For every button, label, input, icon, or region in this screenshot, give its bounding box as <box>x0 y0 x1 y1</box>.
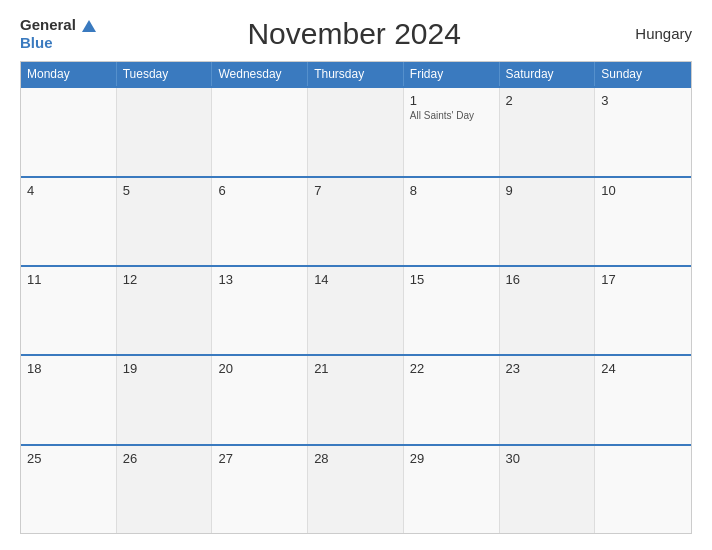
week-row-3: 11 12 13 14 15 16 17 <box>21 265 691 354</box>
day-num: 19 <box>123 361 206 376</box>
weeks-container: 1 All Saints' Day 2 3 4 5 6 7 8 9 10 11 … <box>21 86 691 533</box>
day-cell-w1-wed <box>212 88 308 175</box>
day-cell-w5-thu: 28 <box>308 446 404 533</box>
country-label: Hungary <box>612 25 692 42</box>
day-cell-w5-sun <box>595 446 691 533</box>
day-num: 17 <box>601 272 685 287</box>
day-num: 25 <box>27 451 110 466</box>
day-num: 27 <box>218 451 301 466</box>
day-num: 6 <box>218 183 301 198</box>
day-event: All Saints' Day <box>410 110 493 121</box>
day-cell-w2-fri: 8 <box>404 178 500 265</box>
header-saturday: Saturday <box>500 62 596 86</box>
day-num: 24 <box>601 361 685 376</box>
day-cell-w5-wed: 27 <box>212 446 308 533</box>
day-num: 21 <box>314 361 397 376</box>
days-header-row: Monday Tuesday Wednesday Thursday Friday… <box>21 62 691 86</box>
logo-blue: Blue <box>20 34 53 51</box>
day-cell-w3-fri: 15 <box>404 267 500 354</box>
day-num: 28 <box>314 451 397 466</box>
day-num: 30 <box>506 451 589 466</box>
day-cell-w1-sun: 3 <box>595 88 691 175</box>
week-row-4: 18 19 20 21 22 23 24 <box>21 354 691 443</box>
day-cell-w2-wed: 6 <box>212 178 308 265</box>
day-cell-w3-tue: 12 <box>117 267 213 354</box>
day-num: 16 <box>506 272 589 287</box>
day-num: 10 <box>601 183 685 198</box>
day-cell-w1-mon <box>21 88 117 175</box>
logo-general: General <box>20 16 76 33</box>
header-wednesday: Wednesday <box>212 62 308 86</box>
day-cell-w1-fri: 1 All Saints' Day <box>404 88 500 175</box>
logo-row1: General <box>20 16 96 34</box>
header-friday: Friday <box>404 62 500 86</box>
day-num: 5 <box>123 183 206 198</box>
day-cell-w3-sun: 17 <box>595 267 691 354</box>
week-row-5: 25 26 27 28 29 30 <box>21 444 691 533</box>
day-num: 18 <box>27 361 110 376</box>
day-cell-w2-mon: 4 <box>21 178 117 265</box>
day-cell-w4-sat: 23 <box>500 356 596 443</box>
day-num: 20 <box>218 361 301 376</box>
day-num: 26 <box>123 451 206 466</box>
day-cell-w5-tue: 26 <box>117 446 213 533</box>
day-cell-w3-thu: 14 <box>308 267 404 354</box>
day-cell-w3-mon: 11 <box>21 267 117 354</box>
logo: General Blue <box>20 16 96 51</box>
logo-row2: Blue <box>20 34 96 52</box>
header-tuesday: Tuesday <box>117 62 213 86</box>
day-num: 4 <box>27 183 110 198</box>
header-monday: Monday <box>21 62 117 86</box>
day-cell-w5-fri: 29 <box>404 446 500 533</box>
header-sunday: Sunday <box>595 62 691 86</box>
day-num: 3 <box>601 93 685 108</box>
day-cell-w4-fri: 22 <box>404 356 500 443</box>
day-num: 22 <box>410 361 493 376</box>
day-cell-w4-tue: 19 <box>117 356 213 443</box>
calendar-page: General Blue November 2024 Hungary Monda… <box>0 0 712 550</box>
day-cell-w3-sat: 16 <box>500 267 596 354</box>
day-cell-w3-wed: 13 <box>212 267 308 354</box>
header: General Blue November 2024 Hungary <box>20 16 692 51</box>
day-num: 9 <box>506 183 589 198</box>
day-num: 11 <box>27 272 110 287</box>
week-row-1: 1 All Saints' Day 2 3 <box>21 86 691 175</box>
day-cell-w1-tue <box>117 88 213 175</box>
header-thursday: Thursday <box>308 62 404 86</box>
day-num: 2 <box>506 93 589 108</box>
day-num: 7 <box>314 183 397 198</box>
day-num: 8 <box>410 183 493 198</box>
day-cell-w2-sun: 10 <box>595 178 691 265</box>
day-cell-w5-sat: 30 <box>500 446 596 533</box>
day-cell-w1-sat: 2 <box>500 88 596 175</box>
day-num: 14 <box>314 272 397 287</box>
day-cell-w2-tue: 5 <box>117 178 213 265</box>
logo-triangle-icon <box>82 20 96 32</box>
day-num: 29 <box>410 451 493 466</box>
calendar-title: November 2024 <box>96 17 612 51</box>
day-num: 23 <box>506 361 589 376</box>
day-cell-w4-thu: 21 <box>308 356 404 443</box>
day-num: 13 <box>218 272 301 287</box>
day-cell-w2-sat: 9 <box>500 178 596 265</box>
day-num: 15 <box>410 272 493 287</box>
day-num: 1 <box>410 93 493 108</box>
day-cell-w4-mon: 18 <box>21 356 117 443</box>
day-cell-w1-thu <box>308 88 404 175</box>
calendar-grid: Monday Tuesday Wednesday Thursday Friday… <box>20 61 692 534</box>
day-cell-w2-thu: 7 <box>308 178 404 265</box>
week-row-2: 4 5 6 7 8 9 10 <box>21 176 691 265</box>
day-cell-w4-wed: 20 <box>212 356 308 443</box>
day-num: 12 <box>123 272 206 287</box>
day-cell-w5-mon: 25 <box>21 446 117 533</box>
day-cell-w4-sun: 24 <box>595 356 691 443</box>
